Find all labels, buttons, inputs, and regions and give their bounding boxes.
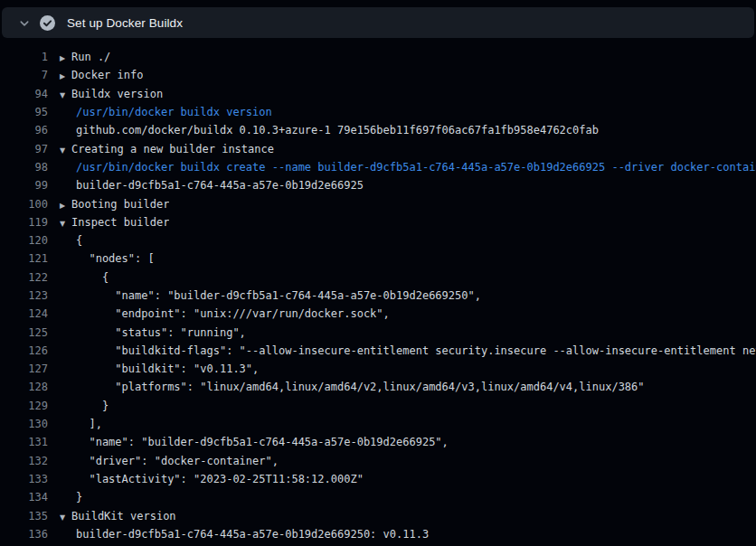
log-command-text: /usr/bin/docker buildx version [48, 106, 272, 118]
line-number[interactable]: 96 [0, 124, 48, 136]
log-line: 119▼Inspect builder [0, 213, 756, 231]
log-line: 129 } [0, 397, 756, 415]
line-number[interactable]: 131 [0, 436, 48, 448]
log-text: } [48, 400, 109, 412]
line-number[interactable]: 134 [0, 491, 48, 504]
step-title: Set up Docker Buildx [67, 16, 183, 30]
log-text: builder-d9cfb5a1-c764-445a-a57e-0b19d2e6… [48, 179, 364, 192]
log-line: 124 "endpoint": "unix:///var/run/docker.… [0, 305, 756, 323]
triangle-right-icon: ▶ [60, 72, 71, 80]
log-group-title: BuildKit version [71, 510, 176, 522]
log-line: 135▼BuildKit version [0, 506, 756, 524]
line-number[interactable]: 95 [0, 106, 48, 118]
line-number[interactable]: 129 [0, 400, 48, 412]
log-text: "name": "builder-d9cfb5a1-c764-445a-a57e… [48, 289, 481, 302]
line-number[interactable]: 97 [0, 143, 48, 155]
line-number[interactable]: 132 [0, 455, 48, 467]
log-command-text: /usr/bin/docker buildx create --name bui… [48, 161, 756, 174]
line-number[interactable]: 123 [0, 289, 48, 302]
triangle-down-icon: ▼ [60, 91, 71, 99]
log-line: 95/usr/bin/docker buildx version [0, 103, 756, 121]
log-text: ], [48, 418, 102, 430]
log-text: "buildkitd-flags": "--allow-insecure-ent… [48, 344, 756, 357]
log-text: builder-d9cfb5a1-c764-445a-a57e-0b19d2e6… [48, 528, 429, 541]
log-group-title: Creating a new builder instance [71, 143, 274, 155]
line-number[interactable]: 124 [0, 307, 48, 320]
log-text: "buildkit": "v0.11.3", [48, 362, 259, 375]
log-line: 94▼Buildx version [0, 85, 756, 103]
log-line: 134} [0, 488, 756, 506]
log-text: "driver": "docker-container", [48, 455, 279, 467]
log-text: "name": "builder-d9cfb5a1-c764-445a-a57e… [48, 436, 449, 448]
triangle-down-icon: ▼ [60, 513, 71, 522]
line-number[interactable]: 127 [0, 362, 48, 375]
log-group-toggle[interactable]: ▼Inspect builder [48, 216, 169, 229]
log-line: 130 ], [0, 415, 756, 433]
line-number[interactable]: 121 [0, 252, 48, 265]
log-line: 99builder-d9cfb5a1-c764-445a-a57e-0b19d2… [0, 176, 756, 194]
log-line: 120{ [0, 231, 756, 249]
log-text: "endpoint": "unix:///var/run/docker.sock… [48, 307, 390, 320]
triangle-right-icon: ▶ [60, 54, 71, 62]
line-number[interactable]: 94 [0, 88, 48, 100]
line-number[interactable]: 7 [0, 69, 48, 81]
log-text: "lastActivity": "2023-02-25T11:58:12.000… [48, 473, 364, 485]
line-number[interactable]: 122 [0, 271, 48, 284]
log-line: 126 "buildkitd-flags": "--allow-insecure… [0, 342, 756, 360]
log-line: 98/usr/bin/docker buildx create --name b… [0, 158, 756, 176]
log-text: { [48, 271, 109, 284]
log-line: 125 "status": "running", [0, 323, 756, 341]
check-circle-icon [40, 15, 55, 31]
line-number[interactable]: 136 [0, 528, 48, 541]
step-header[interactable]: Set up Docker Buildx [2, 7, 754, 38]
line-number[interactable]: 98 [0, 161, 48, 174]
line-number[interactable]: 135 [0, 510, 48, 522]
line-number[interactable]: 125 [0, 326, 48, 339]
log-group-toggle[interactable]: ▼Buildx version [48, 88, 163, 100]
log-line: 100▶Booting builder [0, 194, 756, 212]
log-group-title: Booting builder [71, 198, 169, 211]
log-line: 96github.com/docker/buildx 0.10.3+azure-… [0, 121, 756, 139]
log-line: 133 "lastActivity": "2023-02-25T11:58:12… [0, 470, 756, 488]
log-text: "nodes": [ [48, 252, 155, 265]
log-line: 131 "name": "builder-d9cfb5a1-c764-445a-… [0, 433, 756, 451]
line-number[interactable]: 99 [0, 179, 48, 192]
log-text: "platforms": "linux/amd64,linux/amd64/v2… [48, 381, 645, 393]
line-number[interactable]: 1 [0, 51, 48, 63]
log-line: 128 "platforms": "linux/amd64,linux/amd6… [0, 378, 756, 396]
log-text: "status": "running", [48, 326, 246, 339]
log-line: 97▼Creating a new builder instance [0, 139, 756, 157]
log-line: 127 "buildkit": "v0.11.3", [0, 360, 756, 378]
log-lines: 1▶Run ./7▶Docker info94▼Buildx version95… [0, 38, 756, 543]
log-line: 132 "driver": "docker-container", [0, 452, 756, 470]
triangle-down-icon: ▼ [60, 146, 71, 155]
log-group-toggle[interactable]: ▼BuildKit version [48, 510, 176, 522]
log-group-toggle[interactable]: ▶Run ./ [48, 51, 110, 63]
log-line: 7▶Docker info [0, 66, 756, 84]
log-line: 1▶Run ./ [0, 48, 756, 66]
log-line: 136builder-d9cfb5a1-c764-445a-a57e-0b19d… [0, 525, 756, 543]
line-number[interactable]: 133 [0, 473, 48, 485]
log-group-toggle[interactable]: ▶Docker info [48, 69, 143, 81]
log-text: { [48, 234, 82, 247]
log-line: 122 { [0, 268, 756, 287]
log-group-title: Run ./ [71, 51, 110, 63]
line-number[interactable]: 120 [0, 234, 48, 247]
log-text: github.com/docker/buildx 0.10.3+azure-1 … [48, 124, 599, 136]
triangle-right-icon: ▶ [60, 202, 71, 210]
line-number[interactable]: 128 [0, 381, 48, 393]
chevron-down-icon[interactable] [18, 17, 31, 30]
line-number[interactable]: 119 [0, 216, 48, 229]
log-group-title: Buildx version [71, 88, 163, 100]
line-number[interactable]: 130 [0, 418, 48, 430]
log-group-title: Docker info [71, 69, 143, 81]
log-line: 121 "nodes": [ [0, 249, 756, 268]
log-group-title: Inspect builder [71, 216, 169, 229]
log-group-toggle[interactable]: ▼Creating a new builder instance [48, 143, 274, 155]
log-line: 123 "name": "builder-d9cfb5a1-c764-445a-… [0, 287, 756, 305]
log-text: } [48, 491, 82, 504]
log-group-toggle[interactable]: ▶Booting builder [48, 198, 169, 211]
line-number[interactable]: 100 [0, 198, 48, 211]
triangle-down-icon: ▼ [60, 220, 71, 228]
line-number[interactable]: 126 [0, 344, 48, 357]
